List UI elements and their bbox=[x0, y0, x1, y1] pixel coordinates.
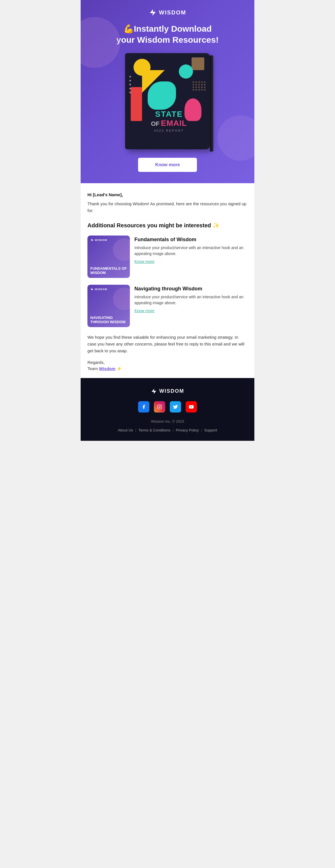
email-wrapper: WISDOM 💪Instantly Download your Wisdom R… bbox=[81, 0, 254, 441]
footer-link-privacy[interactable]: Privacy Policy bbox=[176, 428, 199, 432]
regards-line1: Regards, bbox=[87, 359, 248, 366]
intro-text: Thank you for choosing Wisdom! As promis… bbox=[87, 200, 248, 214]
thumb-title-1: FUNDAMENTALS OF WISDOM bbox=[90, 266, 127, 275]
footer-logo: WISDOM bbox=[86, 388, 249, 395]
footer-divider-1: | bbox=[135, 428, 136, 432]
content-section: Hi [Lead's Name], Thank you for choosing… bbox=[81, 183, 254, 378]
logo-icon bbox=[149, 8, 157, 17]
deco-teal-circle bbox=[179, 64, 193, 79]
footer-section: WISDOM bbox=[81, 378, 254, 441]
book-spine bbox=[210, 55, 213, 152]
svg-rect-0 bbox=[158, 405, 162, 409]
thumb-logo-icon-1 bbox=[90, 238, 94, 242]
book-subtitle: 2023 REPORT bbox=[131, 129, 207, 132]
deco-teal-blob bbox=[148, 82, 176, 110]
header-logo: WISDOM bbox=[86, 8, 249, 17]
book-image: STATE OF EMAIL 2023 REPORT bbox=[125, 53, 210, 149]
instagram-icon[interactable] bbox=[154, 401, 165, 412]
book-title-state: STATE bbox=[131, 110, 207, 119]
resource-thumb-2: WISDOM NAVIGATING THROUGH WISDOM bbox=[87, 285, 130, 327]
svg-point-1 bbox=[159, 406, 161, 408]
footer-company: Wisdom Inc. © 2023 bbox=[86, 419, 249, 424]
resource-info-1: Fundamentals of Wisdom Introduce your pr… bbox=[134, 236, 248, 264]
thumb-logo-text-2: WISDOM bbox=[95, 288, 107, 291]
team-link[interactable]: Wisdom bbox=[99, 366, 115, 371]
resource-thumb-1: WISDOM FUNDAMENTALS OF WISDOM bbox=[87, 236, 130, 278]
book-title-email: EMAIL bbox=[161, 119, 187, 127]
thumb-logo-text-1: WISDOM bbox=[95, 239, 107, 242]
youtube-icon[interactable] bbox=[186, 401, 197, 412]
closing-text: We hope you find these valuable for enha… bbox=[87, 334, 248, 354]
footer-divider-3: | bbox=[201, 428, 202, 432]
resource-desc-2: Introduce your product/service with an i… bbox=[134, 294, 248, 306]
thumb-title-2: NAVIGATING THROUGH WISDOM bbox=[90, 315, 127, 324]
resource-link-1[interactable]: Know more bbox=[134, 259, 155, 264]
regards-line2: Team Wisdom ⚡ bbox=[87, 366, 248, 371]
logo-text: WISDOM bbox=[159, 9, 186, 16]
book-text: STATE OF EMAIL 2023 REPORT bbox=[131, 110, 207, 132]
resource-title-2: Navigating through Wisdom bbox=[134, 286, 248, 292]
footer-link-about[interactable]: About Us bbox=[118, 428, 133, 432]
additional-heading: Additional Resources you might be intere… bbox=[87, 222, 248, 229]
thumb-bg-1: WISDOM FUNDAMENTALS OF WISDOM bbox=[87, 236, 130, 278]
thumb-logo-1: WISDOM bbox=[90, 238, 107, 242]
thumb-logo-2: WISDOM bbox=[90, 287, 107, 291]
deco-dots bbox=[129, 76, 131, 93]
footer-divider-2: | bbox=[173, 428, 173, 432]
book-title-of: OF bbox=[151, 120, 160, 127]
facebook-icon[interactable] bbox=[138, 401, 149, 412]
book-cover: STATE OF EMAIL 2023 REPORT bbox=[125, 53, 210, 149]
resource-desc-1: Introduce your product/service with an i… bbox=[134, 245, 248, 257]
hero-section: WISDOM 💪Instantly Download your Wisdom R… bbox=[81, 0, 254, 183]
footer-logo-text: WISDOM bbox=[159, 388, 184, 394]
resource-card-2: WISDOM NAVIGATING THROUGH WISDOM Navigat… bbox=[87, 285, 248, 327]
greeting-text: Hi [Lead's Name], bbox=[87, 192, 248, 197]
know-more-button[interactable]: Know more bbox=[86, 158, 249, 172]
footer-links: About Us | Terms & Conditions | Privacy … bbox=[86, 428, 249, 432]
resource-info-2: Navigating through Wisdom Introduce your… bbox=[134, 285, 248, 313]
thumb-logo-icon-2 bbox=[90, 287, 94, 291]
twitter-icon[interactable] bbox=[170, 401, 181, 412]
thumb-bg-2: WISDOM NAVIGATING THROUGH WISDOM bbox=[87, 285, 130, 327]
social-icons-container bbox=[86, 401, 249, 412]
footer-link-support[interactable]: Support bbox=[204, 428, 217, 432]
resource-card-1: WISDOM FUNDAMENTALS OF WISDOM Fundamenta… bbox=[87, 236, 248, 278]
resource-title-1: Fundamentals of Wisdom bbox=[134, 237, 248, 243]
hero-cta-button[interactable]: Know more bbox=[138, 158, 197, 172]
svg-point-2 bbox=[161, 405, 161, 406]
deco-brown-rect bbox=[192, 57, 204, 70]
resource-link-2[interactable]: Know more bbox=[134, 308, 155, 313]
deco-grid bbox=[193, 82, 206, 91]
footer-logo-icon bbox=[151, 388, 157, 395]
footer-link-terms[interactable]: Terms & Conditions bbox=[138, 428, 170, 432]
hero-title: 💪Instantly Download your Wisdom Resource… bbox=[86, 23, 249, 45]
